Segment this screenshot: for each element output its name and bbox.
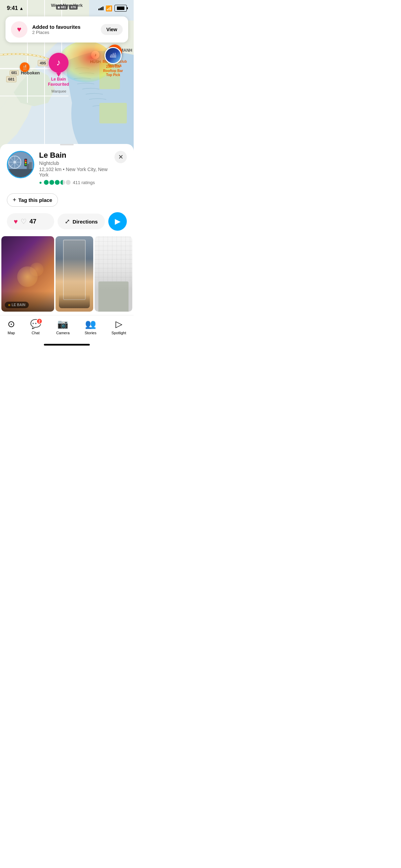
directions-icon: ⤢ <box>65 218 70 225</box>
svg-rect-14 <box>8 169 33 177</box>
svg-rect-11 <box>99 103 127 123</box>
rating-row: ● 411 ratings <box>39 180 110 185</box>
le-bain-pin-tail <box>56 73 61 77</box>
place-type: Nightclub <box>39 160 110 166</box>
bus-badge-676: 676 <box>69 5 78 10</box>
signal-bar-3 <box>101 7 102 10</box>
place-header: Le Bain Nightclub 12,102 km • New York C… <box>7 151 127 185</box>
nav-camera-label: Camera <box>56 331 70 335</box>
place-distance: 12,102 km • New York City, New York <box>39 167 110 178</box>
wifi-icon: 📶 <box>106 5 112 12</box>
dot-3 <box>55 180 60 185</box>
rooftop-pin[interactable]: 🏙 230 Fifth Rooftop Bar Top Pick <box>99 47 127 77</box>
camera-icon: 📷 <box>57 319 68 329</box>
notification-text: Added to favourites 2 Places <box>32 24 96 35</box>
avatar-image <box>8 152 33 177</box>
view-button[interactable]: View <box>101 24 123 35</box>
food-pin[interactable]: 🍴 <box>20 62 29 72</box>
signal-bar-4 <box>102 7 104 10</box>
nav-map-label: Map <box>8 331 15 335</box>
nav-spotlight[interactable]: ▷ Spotlight <box>111 319 126 335</box>
svg-point-24 <box>25 164 27 166</box>
photo-grid: LE BAIN <box>0 236 134 312</box>
heart-outline-icon: ♡ <box>21 217 27 226</box>
dot-5 <box>66 180 71 185</box>
notification-title: Added to favourites <box>32 24 96 30</box>
bottom-nav: ⊙ Map 💬 2 Chat 📷 Camera 👥 Stories ▷ Spot… <box>0 315 134 342</box>
road-badge-495: 495 <box>38 60 48 66</box>
share-button[interactable]: ▶ <box>108 212 127 231</box>
rating-count: 411 ratings <box>73 180 95 185</box>
status-bar: 9:41 ▲ ◼681 676 📶 <box>0 0 134 14</box>
nav-map[interactable]: ⊙ Map <box>8 319 15 335</box>
le-bain-pin[interactable]: ♪ Le Bain Favourited <box>48 53 69 87</box>
nav-stories-label: Stories <box>85 331 96 335</box>
heart-count: 47 <box>29 218 36 225</box>
place-card: Le Bain Nightclub 12,102 km • New York C… <box>0 151 134 191</box>
tag-place-button[interactable]: + Tag this place <box>7 193 58 207</box>
bus-badges: ◼681 676 <box>56 5 77 10</box>
nav-spotlight-label: Spotlight <box>111 331 126 335</box>
tripadvisor-icon: ● <box>39 180 42 185</box>
place-info: Le Bain Nightclub 12,102 km • New York C… <box>39 151 110 185</box>
bottom-sheet: Le Bain Nightclub 12,102 km • New York C… <box>0 144 134 315</box>
nav-chat-label: Chat <box>32 331 39 335</box>
road-badge-681: 681 <box>6 76 16 82</box>
plus-icon: + <box>13 196 16 204</box>
dot-2 <box>49 180 54 185</box>
status-left: 9:41 ▲ <box>7 5 24 11</box>
photo-item-3[interactable] <box>95 236 132 312</box>
tag-label: Tag this place <box>19 197 52 203</box>
nav-chat[interactable]: 💬 2 Chat <box>30 319 41 335</box>
fav-icon-circle: ♥ <box>11 21 27 38</box>
signal-bar-1 <box>98 9 99 10</box>
le-bain-pin-label: Le Bain Favourited <box>48 77 69 87</box>
heart-filled-icon: ♥ <box>14 218 18 226</box>
status-right: 📶 <box>98 5 127 12</box>
rooftop-label: 230 Fifth Rooftop Bar Top Pick <box>99 65 127 77</box>
directions-label: Directions <box>73 219 98 225</box>
rating-dots <box>44 180 71 185</box>
nav-stories[interactable]: 👥 Stories <box>85 319 96 335</box>
notification-subtitle: 2 Places <box>32 30 96 35</box>
svg-point-22 <box>25 160 27 161</box>
spotlight-icon: ▷ <box>116 319 122 329</box>
directions-button[interactable]: ⤢ Directions <box>58 214 105 229</box>
share-icon: ▶ <box>115 217 121 226</box>
heart-count-button[interactable]: ♥ ♡ 47 <box>7 213 54 230</box>
dot-1 <box>44 180 49 185</box>
road-badge-681b: 681 <box>10 70 19 75</box>
battery-icon <box>114 5 127 12</box>
chat-icon: 💬 2 <box>30 319 41 329</box>
notification-banner: ♥ Added to favourites 2 Places View <box>5 16 128 43</box>
heart-icon: ♥ <box>17 25 21 34</box>
chat-badge: 2 <box>36 318 42 324</box>
sheet-handle <box>60 144 74 145</box>
svg-point-23 <box>25 162 27 164</box>
place-name: Le Bain <box>39 151 110 160</box>
home-indicator <box>44 344 90 346</box>
map-view[interactable]: 681 495 West New York 681 Hoboken MANH M… <box>0 0 134 151</box>
close-button[interactable]: ✕ <box>114 151 127 163</box>
le-bain-pin-icon: ♪ <box>49 53 69 73</box>
bus-badge-681: ◼681 <box>56 5 68 10</box>
rooftop-image: 🏙 <box>105 47 122 64</box>
action-row: ♥ ♡ 47 ⤢ Directions ▶ <box>0 212 134 236</box>
dot-4 <box>60 180 65 185</box>
photo-item-1[interactable]: LE BAIN <box>1 236 54 312</box>
svg-rect-26 <box>29 162 32 169</box>
status-time: 9:41 <box>7 5 18 11</box>
stories-icon: 👥 <box>85 319 96 329</box>
signal-bar-2 <box>100 8 101 10</box>
map-icon: ⊙ <box>8 319 15 329</box>
place-avatar <box>7 151 34 178</box>
nav-camera[interactable]: 📷 Camera <box>56 319 70 335</box>
map-label-marquee: Marquee <box>51 89 66 93</box>
location-arrow-icon: ▲ <box>19 6 24 11</box>
signal-bars <box>98 6 104 10</box>
photo-item-2[interactable] <box>56 236 93 312</box>
